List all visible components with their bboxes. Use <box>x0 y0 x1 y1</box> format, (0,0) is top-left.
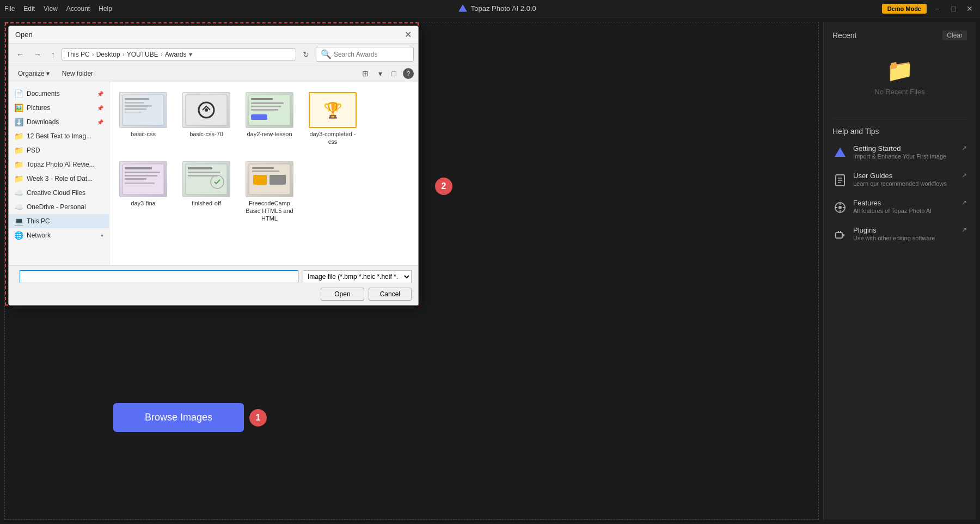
folder1-label: 12 Best Text to Imag... <box>27 132 103 140</box>
getting-started-desc: Import & Enhance Your First Image <box>853 153 956 160</box>
file-item-freecodecamp[interactable]: FreecodeCamp Basic HTML5 and HTML <box>242 158 297 226</box>
file-item-day3-completed[interactable]: 🏆 day3-completed -css <box>305 89 360 149</box>
sidebar-item-this-pc[interactable]: 💻 This PC <box>9 214 109 228</box>
filename-row: Image file (*.bmp *.heic *.heif *. <box>15 270 412 283</box>
window-close-button[interactable]: ✕ <box>964 3 976 15</box>
organize-button[interactable]: Organize ▾ <box>13 68 54 80</box>
sidebar-item-network[interactable]: 🌐 Network ▾ <box>9 228 109 242</box>
dialog-title: Open <box>15 31 33 39</box>
dialog-overlay: Open ✕ ← → ↑ This PC › Desktop › YOUTUBE… <box>5 22 419 306</box>
search-icon: 🔍 <box>321 49 332 59</box>
nav-up-button[interactable]: ↑ <box>48 48 58 60</box>
help-item-plugins[interactable]: Plugins Use with other editing software … <box>832 224 967 245</box>
dialog-sidebar: 📄 Documents 📌 🖼️ Pictures 📌 ⬇️ Downloads <box>9 82 109 265</box>
new-folder-button[interactable]: New folder <box>58 68 97 79</box>
svg-rect-4 <box>125 105 152 107</box>
open-button[interactable]: Open <box>321 288 364 301</box>
svg-rect-17 <box>125 167 152 169</box>
pictures-icon: 🖼️ <box>14 103 23 112</box>
nav-back-button[interactable]: ← <box>13 48 27 60</box>
svg-point-9 <box>205 108 208 112</box>
sidebar-item-creative-cloud[interactable]: ☁️ Creative Cloud Files <box>9 186 109 200</box>
breadcrumb: This PC › Desktop › YOUTUBE › Awards ▾ <box>62 48 296 60</box>
organize-label: Organize <box>18 70 45 77</box>
getting-started-title: Getting Started <box>853 144 956 153</box>
recent-section: Recent Clear 📁 No Recent Files <box>832 31 967 109</box>
demo-mode-button[interactable]: Demo Mode <box>882 4 927 14</box>
cancel-button[interactable]: Cancel <box>369 288 412 301</box>
refresh-button[interactable]: ↻ <box>299 48 313 60</box>
svg-rect-23 <box>188 167 212 169</box>
week3-label: Week 3 - Role of Dat... <box>27 175 103 182</box>
dialog-bottom: Image file (*.bmp *.heic *.heif *. Open … <box>9 265 418 305</box>
sidebar-item-week3[interactable]: 📁 Week 3 - Role of Dat... <box>9 172 109 186</box>
sidebar-item-downloads[interactable]: ⬇️ Downloads 📌 <box>9 115 109 129</box>
creative-cloud-icon: ☁️ <box>14 188 23 197</box>
features-text: Features All features of Topaz Photo AI <box>853 199 956 214</box>
user-guides-external-icon: ↗ <box>961 172 967 179</box>
file-item-day2[interactable]: day2-new-lesson <box>242 89 297 149</box>
view-details-button[interactable]: ▾ <box>375 68 385 80</box>
file-item-finished[interactable]: finished-off <box>179 158 234 226</box>
downloads-icon: ⬇️ <box>14 118 23 126</box>
clear-button[interactable]: Clear <box>942 31 967 40</box>
topaz-folder-icon: 📁 <box>14 160 23 169</box>
sidebar-item-onedrive[interactable]: ☁️ OneDrive - Personal <box>9 200 109 214</box>
svg-rect-14 <box>251 109 278 111</box>
pictures-label: Pictures <box>27 104 94 112</box>
sidebar-item-psd[interactable]: 📁 PSD <box>9 143 109 157</box>
documents-icon: 📄 <box>14 89 23 98</box>
sidebar-item-topaz[interactable]: 📁 Topaz Photo AI Revie... <box>9 157 109 172</box>
file-item-basic-css[interactable]: basic-css <box>116 89 170 149</box>
onedrive-icon: ☁️ <box>14 203 23 211</box>
search-input[interactable] <box>334 51 409 58</box>
pictures-pin-icon: 📌 <box>97 105 103 111</box>
maximize-button[interactable]: □ <box>947 3 959 15</box>
network-label: Network <box>27 231 97 239</box>
svg-rect-30 <box>253 175 267 185</box>
minimize-button[interactable]: − <box>931 3 943 15</box>
file-thumb-day2 <box>246 92 293 128</box>
features-icon <box>832 200 848 215</box>
file-item-day3-fina[interactable]: day3-fina <box>116 158 170 226</box>
week3-icon: 📁 <box>14 174 23 183</box>
menu-help[interactable]: Help <box>99 5 112 13</box>
help-item-getting-started[interactable]: Getting Started Import & Enhance Your Fi… <box>832 142 967 163</box>
sidebar-item-pictures[interactable]: 🖼️ Pictures 📌 <box>9 101 109 115</box>
plugins-desc: Use with other editing software <box>853 235 956 241</box>
view-toggle-button[interactable]: ⊞ <box>359 68 372 80</box>
browse-images-button[interactable]: Browse Images <box>113 403 244 432</box>
preview-pane-button[interactable]: □ <box>389 68 400 80</box>
plugins-icon <box>832 227 848 242</box>
menu-edit[interactable]: Edit <box>23 5 35 13</box>
open-dialog: Open ✕ ← → ↑ This PC › Desktop › YOUTUBE… <box>8 26 419 306</box>
help-button[interactable]: ? <box>403 68 414 79</box>
menu-account[interactable]: Account <box>66 5 90 13</box>
browse-images-container: Browse Images 1 <box>113 403 267 432</box>
onedrive-label: OneDrive - Personal <box>27 203 103 211</box>
no-recent-folder-icon: 📁 <box>886 58 914 83</box>
help-item-user-guides[interactable]: User Guides Learn our recommended workfl… <box>832 169 967 190</box>
dialog-action-bar: Organize ▾ New folder ⊞ ▾ □ ? <box>9 65 418 82</box>
nav-forward-button[interactable]: → <box>30 48 45 60</box>
sidebar-item-folder1[interactable]: 📁 12 Best Text to Imag... <box>9 129 109 143</box>
file-thumb-finished <box>182 161 230 197</box>
sidebar-item-documents[interactable]: 📄 Documents 📌 <box>9 87 109 101</box>
search-box: 🔍 <box>316 47 414 62</box>
plugins-text: Plugins Use with other editing software <box>853 226 956 241</box>
filename-input[interactable] <box>20 270 298 283</box>
menu-file[interactable]: File <box>4 5 15 13</box>
file-name-finished: finished-off <box>192 199 221 207</box>
help-item-features[interactable]: Features All features of Topaz Photo AI … <box>832 197 967 217</box>
help-section: Help and Tips Getting Started Import & E… <box>832 127 967 245</box>
panel-divider <box>832 118 967 118</box>
documents-pin-icon: 📌 <box>97 91 103 97</box>
breadcrumb-dropdown[interactable]: ▾ <box>189 51 192 58</box>
file-name-basic-css: basic-css <box>131 130 156 138</box>
menu-view[interactable]: View <box>44 5 58 13</box>
app-title: Topaz Photo AI 2.0.0 <box>471 4 536 13</box>
dialog-close-button[interactable]: ✕ <box>405 29 412 40</box>
organize-chevron-icon: ▾ <box>46 70 50 77</box>
filetype-select[interactable]: Image file (*.bmp *.heic *.heif *. <box>303 270 412 283</box>
file-item-basic-css-70[interactable]: basic-css-70 <box>179 89 234 149</box>
